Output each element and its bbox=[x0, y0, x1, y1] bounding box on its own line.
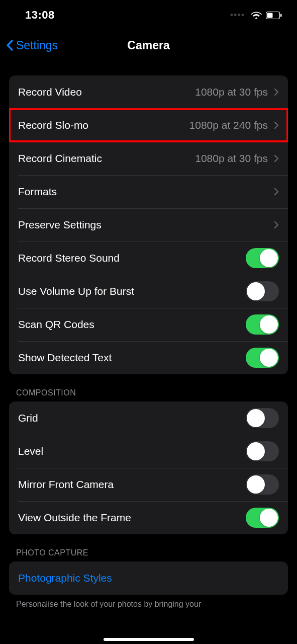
status-time: 13:08 bbox=[25, 9, 55, 22]
section-header-composition: COMPOSITION bbox=[9, 374, 288, 401]
row-label: Record Video bbox=[18, 86, 195, 98]
row-label: Formats bbox=[18, 186, 274, 198]
row-label: Scan QR Codes bbox=[18, 318, 246, 331]
row-label: Show Detected Text bbox=[18, 352, 246, 364]
section-header-photo-capture: PHOTO CAPTURE bbox=[9, 534, 288, 561]
home-indicator[interactable] bbox=[104, 638, 194, 641]
row-preserve-settings[interactable]: Preserve Settings bbox=[9, 208, 288, 242]
toggle-outside-frame[interactable] bbox=[246, 508, 279, 528]
row-show-detected-text: Show Detected Text bbox=[9, 341, 288, 374]
settings-group-main: Record Video 1080p at 30 fps Record Slo-… bbox=[9, 75, 288, 374]
cellular-dots-icon: •••• bbox=[230, 10, 245, 21]
toggle-grid[interactable] bbox=[246, 408, 279, 428]
page-title: Camera bbox=[127, 39, 169, 52]
row-label: Record Slo-mo bbox=[18, 119, 189, 131]
row-level: Level bbox=[9, 435, 288, 468]
row-record-slomo[interactable]: Record Slo-mo 1080p at 240 fps bbox=[9, 109, 288, 142]
row-mirror-front-camera: Mirror Front Camera bbox=[9, 468, 288, 501]
settings-group-composition: Grid Level Mirror Front Camera View Outs… bbox=[9, 401, 288, 534]
svg-rect-2 bbox=[280, 14, 282, 17]
row-label: Preserve Settings bbox=[18, 219, 274, 231]
row-label: Mirror Front Camera bbox=[18, 478, 246, 491]
row-label: Use Volume Up for Burst bbox=[18, 285, 246, 297]
battery-icon bbox=[266, 12, 282, 19]
toggle-volume-burst[interactable] bbox=[246, 281, 279, 301]
row-grid: Grid bbox=[9, 401, 288, 435]
row-value: 1080p at 30 fps bbox=[195, 152, 268, 165]
section-footer-text: Personalise the look of your photos by b… bbox=[9, 595, 288, 609]
row-photographic-styles[interactable]: Photographic Styles bbox=[9, 561, 288, 595]
row-value: 1080p at 240 fps bbox=[189, 119, 268, 131]
row-label: Grid bbox=[18, 412, 246, 424]
row-scan-qr-codes: Scan QR Codes bbox=[9, 308, 288, 341]
settings-group-photo-capture: Photographic Styles bbox=[9, 561, 288, 595]
row-label: Record Stereo Sound bbox=[18, 252, 246, 264]
row-volume-up-burst: Use Volume Up for Burst bbox=[9, 275, 288, 308]
row-record-cinematic[interactable]: Record Cinematic 1080p at 30 fps bbox=[9, 142, 288, 175]
chevron-right-icon bbox=[274, 188, 279, 196]
row-view-outside-frame: View Outside the Frame bbox=[9, 501, 288, 534]
chevron-right-icon bbox=[274, 221, 279, 229]
back-label: Settings bbox=[16, 39, 58, 52]
toggle-level[interactable] bbox=[246, 441, 279, 461]
status-indicators: •••• bbox=[230, 10, 282, 21]
row-label: Photographic Styles bbox=[18, 572, 279, 584]
chevron-left-icon bbox=[6, 39, 14, 51]
back-button[interactable]: Settings bbox=[6, 39, 58, 52]
row-formats[interactable]: Formats bbox=[9, 175, 288, 208]
chevron-right-icon bbox=[274, 88, 279, 96]
chevron-right-icon bbox=[274, 121, 279, 129]
status-bar: 13:08 •••• bbox=[0, 0, 297, 30]
toggle-stereo-sound[interactable] bbox=[246, 248, 279, 268]
nav-header: Settings Camera bbox=[0, 30, 297, 60]
row-label: View Outside the Frame bbox=[18, 512, 246, 524]
toggle-detected-text[interactable] bbox=[246, 348, 279, 368]
toggle-mirror-front[interactable] bbox=[246, 474, 279, 495]
toggle-scan-qr[interactable] bbox=[246, 314, 279, 335]
chevron-right-icon bbox=[274, 154, 279, 163]
row-value: 1080p at 30 fps bbox=[195, 86, 268, 98]
svg-rect-1 bbox=[267, 13, 273, 18]
wifi-icon bbox=[251, 11, 262, 19]
row-label: Level bbox=[18, 445, 246, 457]
row-record-video[interactable]: Record Video 1080p at 30 fps bbox=[9, 75, 288, 109]
row-label: Record Cinematic bbox=[18, 152, 195, 165]
row-record-stereo-sound: Record Stereo Sound bbox=[9, 242, 288, 275]
